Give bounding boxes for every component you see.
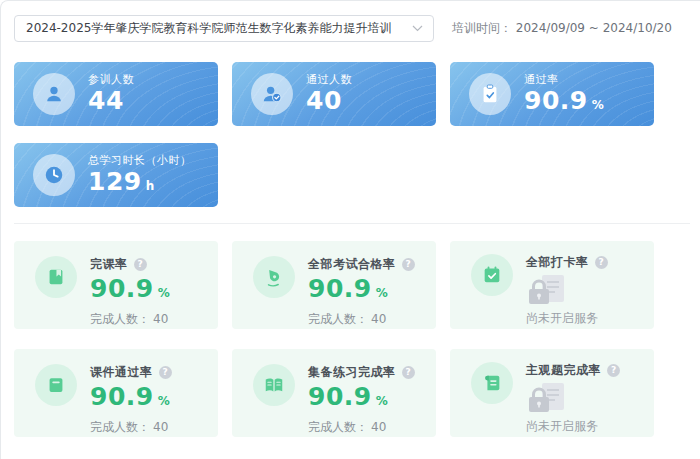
summary-card-value: 129 xyxy=(88,168,142,196)
summary-card-label: 参训人数 xyxy=(88,73,134,86)
metric-card-completion-rate: 完课率 ? 90.9 % 完成人数：40 xyxy=(14,241,218,329)
summary-card-pass-rate: 通过率 90.9 % xyxy=(450,62,654,126)
metric-footer-label: 完成人数： xyxy=(90,312,150,326)
summary-card-label: 通过人数 xyxy=(306,73,352,86)
metric-title: 课件通过率 xyxy=(90,364,153,381)
metric-footer-value: 40 xyxy=(371,312,386,326)
help-icon[interactable]: ? xyxy=(607,364,620,377)
summary-card-unit: h xyxy=(146,179,155,193)
metric-value: 90.9 xyxy=(308,383,372,411)
program-select-value: 2024-2025学年肇庆学院教育科学院师范生数字化素养能力提升培训 xyxy=(26,20,391,37)
chevron-down-icon xyxy=(412,25,423,32)
metric-footer-label: 完成人数： xyxy=(308,312,368,326)
metric-card-subjective-completion-rate: 主观题完成率 ? 尚未开启服务 xyxy=(450,349,654,437)
book-bookmark-icon xyxy=(35,256,77,298)
help-icon[interactable]: ? xyxy=(402,366,415,379)
metric-card-checkin-rate: 全部打卡率 ? 尚未开启服务 xyxy=(450,241,654,329)
metric-footer: 完成人数：40 xyxy=(308,311,415,328)
help-icon[interactable]: ? xyxy=(595,256,608,269)
summary-card-participants: 参训人数 44 xyxy=(14,62,218,126)
metric-value: 90.9 xyxy=(90,275,154,303)
metric-footer: 完成人数：40 xyxy=(90,311,170,328)
metric-unit: % xyxy=(158,286,170,300)
help-icon[interactable]: ? xyxy=(402,258,415,271)
metric-unit: % xyxy=(376,394,388,408)
metric-value: 90.9 xyxy=(90,383,154,411)
program-select[interactable]: 2024-2025学年肇庆学院教育科学院师范生数字化素养能力提升培训 xyxy=(14,15,434,42)
lock-document-icon xyxy=(526,275,608,305)
metric-footer-label: 完成人数： xyxy=(90,420,150,434)
summary-card-total-hours: 总学习时长（小时） 129 h xyxy=(14,143,218,207)
metric-value: 90.9 xyxy=(308,275,372,303)
courseware-icon xyxy=(35,364,77,406)
person-icon xyxy=(33,73,75,115)
metric-title: 主观题完成率 xyxy=(526,362,601,379)
metric-title: 集备练习完成率 xyxy=(308,364,396,381)
help-icon[interactable]: ? xyxy=(159,366,172,379)
metric-card-practice-completion-rate: 集备练习完成率 ? 90.9 % 完成人数：40 xyxy=(232,349,436,437)
pen-nib-icon xyxy=(253,256,295,298)
top-bar: 2024-2025学年肇庆学院教育科学院师范生数字化素养能力提升培训 培训时间：… xyxy=(0,0,700,42)
metric-cards: 完课率 ? 90.9 % 完成人数：40 全部考试合格率 ? 90.9 % xyxy=(14,241,654,437)
summary-card-passed: 通过人数 40 xyxy=(232,62,436,126)
summary-card-unit: % xyxy=(592,98,604,112)
person-check-icon xyxy=(251,73,293,115)
metric-title: 全部考试合格率 xyxy=(308,256,396,273)
metric-unit: % xyxy=(158,394,170,408)
locked-text: 尚未开启服务 xyxy=(526,310,608,327)
section-divider xyxy=(14,223,690,224)
summary-card-value: 44 xyxy=(88,87,124,115)
metric-footer: 完成人数：40 xyxy=(308,419,415,436)
training-period-value: 2024/09/09 ~ 2024/10/20 xyxy=(516,21,672,35)
metric-title: 完课率 xyxy=(90,256,128,273)
metric-footer-value: 40 xyxy=(153,420,168,434)
open-book-icon xyxy=(253,364,295,406)
metric-title: 全部打卡率 xyxy=(526,254,589,271)
calendar-check-icon xyxy=(471,254,513,296)
metric-footer: 完成人数：40 xyxy=(90,419,172,436)
training-period-label: 培训时间： xyxy=(452,21,512,35)
metric-footer-value: 40 xyxy=(371,420,386,434)
help-icon[interactable]: ? xyxy=(134,258,147,271)
metric-footer-value: 40 xyxy=(153,312,168,326)
summary-card-label: 总学习时长（小时） xyxy=(88,154,192,167)
scroll-lines-icon xyxy=(471,362,513,404)
summary-card-value: 90.9 xyxy=(524,87,588,115)
summary-cards: 参训人数 44 通过人数 40 通过率 90.9 % xyxy=(14,62,654,207)
summary-card-value: 40 xyxy=(306,87,342,115)
training-period: 培训时间： 2024/09/09 ~ 2024/10/20 xyxy=(452,20,672,37)
clipboard-check-icon xyxy=(469,73,511,115)
metric-footer-label: 完成人数： xyxy=(308,420,368,434)
locked-text: 尚未开启服务 xyxy=(526,418,620,435)
metric-card-exam-pass-rate: 全部考试合格率 ? 90.9 % 完成人数：40 xyxy=(232,241,436,329)
lock-document-icon xyxy=(526,383,620,413)
summary-card-label: 通过率 xyxy=(524,73,604,86)
metric-unit: % xyxy=(376,286,388,300)
clock-icon xyxy=(33,154,75,196)
metric-card-courseware-pass-rate: 课件通过率 ? 90.9 % 完成人数：40 xyxy=(14,349,218,437)
